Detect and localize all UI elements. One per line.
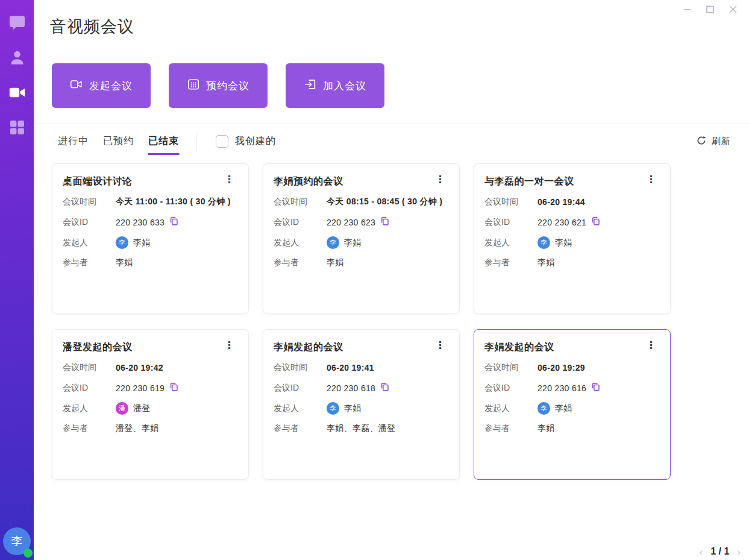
meeting-id-row: 会议ID 220 230 633 xyxy=(63,216,238,228)
meeting-time-row: 会议时间 今天 08:15 - 08:45 ( 30 分钟 ) xyxy=(274,196,449,208)
prev-page-chevron-icon[interactable]: ‹ xyxy=(700,547,703,557)
sidebar-item-chat[interactable] xyxy=(0,6,34,41)
video-camera-icon xyxy=(8,84,26,104)
contacts-person-icon xyxy=(8,49,26,69)
meeting-time-value: 今天 08:15 - 08:45 ( 30 分钟 ) xyxy=(327,197,442,207)
copy-icon xyxy=(591,216,601,228)
meeting-time-value: 今天 11:00 - 11:30 ( 30 分钟 ) xyxy=(116,197,231,207)
toolbar-divider xyxy=(196,133,196,151)
meeting-card[interactable]: 李娟发起的会议 ⋮ 会议时间 06-20 19:29 会议ID 220 230 … xyxy=(474,329,671,480)
created-by-me-checkbox[interactable] xyxy=(216,135,228,148)
organizer-avatar: 潘 xyxy=(116,402,128,415)
organizer-name: 李娟 xyxy=(555,403,572,414)
page-indicator: 1 / 1 xyxy=(710,546,729,557)
meeting-card[interactable]: 与李磊的一对一会议 ⋮ 会议时间 06-20 19:44 会议ID 220 23… xyxy=(474,163,671,314)
next-page-chevron-icon[interactable]: › xyxy=(737,547,741,557)
participants-label: 参与者 xyxy=(274,423,327,434)
meeting-participants-row: 参与者 潘登、李娟 xyxy=(63,423,238,435)
sidebar-item-contacts[interactable] xyxy=(0,41,34,76)
meeting-time-value: 06-20 19:42 xyxy=(116,363,163,373)
meeting-time-label: 会议时间 xyxy=(484,362,537,373)
schedule-meeting-label: 预约会议 xyxy=(206,79,249,93)
start-meeting-button[interactable]: 发起会议 xyxy=(52,63,151,108)
meeting-id-row: 会议ID 220 230 618 xyxy=(274,382,449,394)
refresh-label: 刷新 xyxy=(712,136,731,147)
schedule-meeting-button[interactable]: 预约会议 xyxy=(169,63,268,108)
meeting-organizer-row: 发起人 李 李娟 xyxy=(484,402,660,415)
participants-names: 潘登、李娟 xyxy=(116,423,159,434)
more-options-icon[interactable]: ⋮ xyxy=(642,341,660,350)
organizer-label: 发起人 xyxy=(274,403,327,414)
user-avatar[interactable]: 李 xyxy=(3,527,31,555)
created-by-me-label: 我创建的 xyxy=(235,135,276,148)
participants-label: 参与者 xyxy=(484,423,537,434)
participants-names: 李娟 xyxy=(537,423,555,434)
copy-id-button[interactable] xyxy=(169,382,179,394)
meeting-title: 李娟发起的会议 xyxy=(274,341,343,354)
created-by-me-filter[interactable]: 我创建的 xyxy=(216,135,276,148)
more-options-icon[interactable]: ⋮ xyxy=(221,341,238,350)
meeting-id-label: 会议ID xyxy=(63,217,116,228)
meeting-card[interactable]: 李娟发起的会议 ⋮ 会议时间 06-20 19:41 会议ID 220 230 … xyxy=(263,329,460,480)
organizer-label: 发起人 xyxy=(63,403,116,414)
organizer-name: 李娟 xyxy=(344,403,362,414)
meeting-id-label: 会议ID xyxy=(274,217,327,228)
meeting-id-row: 会议ID 220 230 621 xyxy=(484,216,660,228)
organizer-avatar: 李 xyxy=(116,236,128,249)
tab-scheduled[interactable]: 已预约 xyxy=(103,129,134,156)
meeting-organizer-row: 发起人 潘 潘登 xyxy=(63,402,238,415)
copy-icon xyxy=(591,382,601,394)
refresh-button[interactable]: 刷新 xyxy=(697,136,731,148)
copy-id-button[interactable] xyxy=(591,382,601,394)
chat-bubble-icon xyxy=(8,14,26,34)
meeting-title: 潘登发起的会议 xyxy=(63,341,133,354)
copy-id-button[interactable] xyxy=(380,382,390,394)
grid-apps-icon xyxy=(8,119,26,139)
meeting-time-label: 会议时间 xyxy=(484,197,537,207)
organizer-avatar: 李 xyxy=(537,402,550,415)
more-options-icon[interactable]: ⋮ xyxy=(431,175,449,184)
tab-ended[interactable]: 已结束 xyxy=(148,129,179,156)
join-meeting-button[interactable]: 加入会议 xyxy=(286,63,384,108)
meeting-participants-row: 参与者 李娟 xyxy=(63,257,238,269)
meeting-id-label: 会议ID xyxy=(484,217,537,228)
organizer-name: 李娟 xyxy=(133,238,151,248)
more-options-icon[interactable]: ⋮ xyxy=(221,175,238,184)
more-options-icon[interactable]: ⋮ xyxy=(642,175,660,184)
copy-id-button[interactable] xyxy=(591,216,601,228)
meeting-id-value: 220 230 618 xyxy=(327,383,375,393)
meeting-card[interactable]: 潘登发起的会议 ⋮ 会议时间 06-20 19:42 会议ID 220 230 … xyxy=(52,329,249,480)
meeting-time-label: 会议时间 xyxy=(63,197,116,207)
meeting-time-value: 06-20 19:29 xyxy=(537,363,585,373)
maximize-button[interactable] xyxy=(698,1,721,17)
participants-names: 李娟 xyxy=(116,257,133,268)
participants-label: 参与者 xyxy=(63,423,116,434)
meeting-card[interactable]: 李娟预约的会议 ⋮ 会议时间 今天 08:15 - 08:45 ( 30 分钟 … xyxy=(263,163,460,314)
start-meeting-camera-icon xyxy=(70,78,83,94)
close-button[interactable] xyxy=(721,1,744,17)
sidebar-item-meetings[interactable] xyxy=(0,76,34,111)
tab-in-progress[interactable]: 进行中 xyxy=(58,129,89,156)
organizer-name: 李娟 xyxy=(555,238,572,248)
meeting-list-toolbar: 进行中 已预约 已结束 我创建的 刷新 xyxy=(52,124,731,156)
participants-names: 李娟、李磊、潘登 xyxy=(327,423,395,434)
action-button-row: 发起会议 预约会议 xyxy=(52,63,749,108)
meeting-card-grid: 桌面端设计讨论 ⋮ 会议时间 今天 11:00 - 11:30 ( 30 分钟 … xyxy=(52,163,749,480)
organizer-name: 李娟 xyxy=(344,238,362,248)
meeting-time-row: 会议时间 06-20 19:42 xyxy=(63,362,238,374)
meeting-organizer-row: 发起人 李 李娟 xyxy=(484,236,660,249)
meeting-id-row: 会议ID 220 230 616 xyxy=(484,382,660,394)
more-options-icon[interactable]: ⋮ xyxy=(431,341,449,350)
meeting-card[interactable]: 桌面端设计讨论 ⋮ 会议时间 今天 11:00 - 11:30 ( 30 分钟 … xyxy=(52,163,249,314)
copy-id-button[interactable] xyxy=(380,216,390,228)
meeting-participants-row: 参与者 李娟 xyxy=(274,257,449,269)
page-title: 音视频会议 xyxy=(50,16,749,37)
meeting-id-row: 会议ID 220 230 623 xyxy=(274,216,449,228)
meeting-id-value: 220 230 619 xyxy=(116,383,165,393)
copy-id-button[interactable] xyxy=(169,216,179,228)
app-window: 李 音视频会议 xyxy=(0,0,749,560)
meeting-title: 桌面端设计讨论 xyxy=(63,175,133,188)
meeting-time-label: 会议时间 xyxy=(274,362,327,373)
minimize-button[interactable] xyxy=(675,1,698,17)
sidebar-item-workspace[interactable] xyxy=(0,111,34,146)
